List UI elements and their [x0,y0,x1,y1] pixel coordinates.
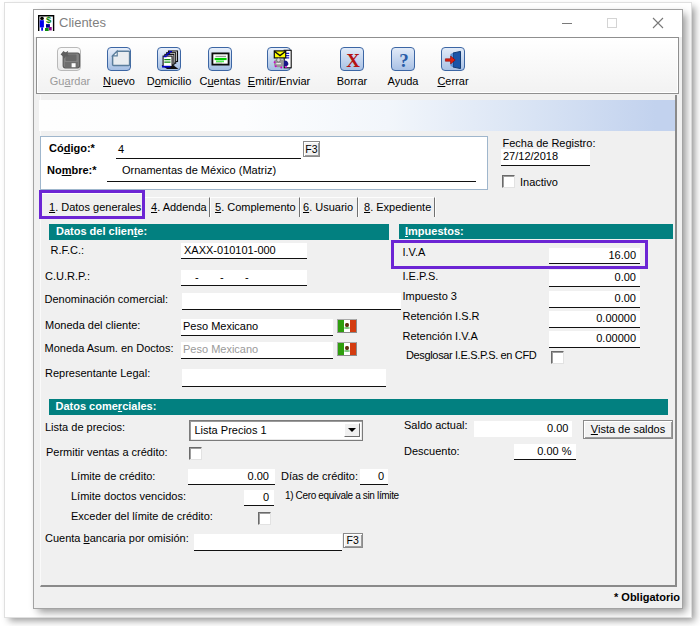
svg-text:?: ? [399,50,409,71]
svg-text:X: X [346,50,360,71]
svg-text:$: $ [46,14,52,25]
